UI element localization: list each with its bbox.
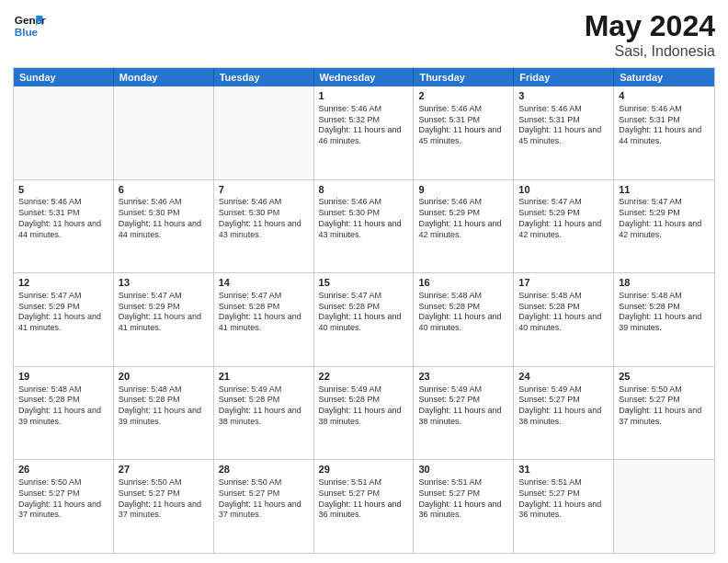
header: General Blue May 2024 Sasi, Indonesia (13, 9, 715, 60)
calendar-cell-r2c7: 11Sunrise: 5:47 AM Sunset: 5:29 PM Dayli… (614, 180, 714, 273)
day-info: Sunrise: 5:47 AM Sunset: 5:29 PM Dayligh… (518, 197, 609, 240)
logo-icon: General Blue (13, 9, 46, 42)
day-info: Sunrise: 5:46 AM Sunset: 5:31 PM Dayligh… (418, 104, 508, 147)
logo: General Blue (13, 9, 46, 42)
calendar-cell-r1c4: 1Sunrise: 5:46 AM Sunset: 5:32 PM Daylig… (314, 86, 415, 179)
calendar-cell-r5c6: 31Sunrise: 5:51 AM Sunset: 5:27 PM Dayli… (514, 460, 614, 553)
calendar-cell-r2c4: 8Sunrise: 5:46 AM Sunset: 5:30 PM Daylig… (314, 180, 415, 273)
day-info: Sunrise: 5:46 AM Sunset: 5:31 PM Dayligh… (619, 104, 710, 147)
calendar-cell-r1c6: 3Sunrise: 5:46 AM Sunset: 5:31 PM Daylig… (514, 86, 614, 179)
header-wednesday: Wednesday (314, 68, 415, 86)
calendar-cell-r5c2: 27Sunrise: 5:50 AM Sunset: 5:27 PM Dayli… (114, 460, 214, 553)
calendar-cell-r2c3: 7Sunrise: 5:46 AM Sunset: 5:30 PM Daylig… (214, 180, 314, 273)
calendar-cell-r1c5: 2Sunrise: 5:46 AM Sunset: 5:31 PM Daylig… (414, 86, 514, 179)
day-number: 17 (518, 276, 609, 290)
day-number: 30 (418, 463, 508, 477)
day-number: 29 (319, 463, 409, 477)
calendar-row-4: 19Sunrise: 5:48 AM Sunset: 5:28 PM Dayli… (14, 366, 714, 460)
day-number: 13 (119, 276, 209, 290)
calendar-header: Sunday Monday Tuesday Wednesday Thursday… (14, 68, 714, 86)
calendar-cell-r1c7: 4Sunrise: 5:46 AM Sunset: 5:31 PM Daylig… (614, 86, 714, 179)
header-tuesday: Tuesday (214, 68, 314, 86)
day-info: Sunrise: 5:48 AM Sunset: 5:28 PM Dayligh… (418, 291, 508, 334)
calendar-cell-r4c4: 22Sunrise: 5:49 AM Sunset: 5:28 PM Dayli… (314, 367, 415, 460)
calendar-row-5: 26Sunrise: 5:50 AM Sunset: 5:27 PM Dayli… (14, 459, 714, 553)
day-info: Sunrise: 5:49 AM Sunset: 5:28 PM Dayligh… (319, 385, 409, 428)
calendar-cell-r3c3: 14Sunrise: 5:47 AM Sunset: 5:28 PM Dayli… (214, 273, 314, 366)
day-number: 18 (619, 276, 710, 290)
calendar-cell-r1c2 (114, 86, 214, 179)
day-info: Sunrise: 5:50 AM Sunset: 5:27 PM Dayligh… (219, 477, 309, 521)
calendar-cell-r3c1: 12Sunrise: 5:47 AM Sunset: 5:29 PM Dayli… (14, 273, 114, 366)
calendar-cell-r3c6: 17Sunrise: 5:48 AM Sunset: 5:28 PM Dayli… (514, 273, 614, 366)
day-number: 31 (518, 463, 609, 477)
day-number: 11 (619, 183, 710, 197)
calendar-cell-r4c7: 25Sunrise: 5:50 AM Sunset: 5:27 PM Dayli… (614, 367, 714, 460)
day-info: Sunrise: 5:50 AM Sunset: 5:27 PM Dayligh… (619, 385, 710, 428)
calendar-cell-r4c5: 23Sunrise: 5:49 AM Sunset: 5:27 PM Dayli… (414, 367, 514, 460)
day-number: 9 (418, 183, 508, 197)
day-number: 2 (418, 89, 508, 103)
day-info: Sunrise: 5:50 AM Sunset: 5:27 PM Dayligh… (119, 477, 209, 521)
day-number: 27 (119, 463, 209, 477)
day-number: 24 (518, 370, 609, 384)
day-info: Sunrise: 5:51 AM Sunset: 5:27 PM Dayligh… (518, 477, 609, 521)
calendar-body: 1Sunrise: 5:46 AM Sunset: 5:32 PM Daylig… (14, 86, 714, 553)
day-number: 22 (319, 370, 409, 384)
page: General Blue May 2024 Sasi, Indonesia Su… (0, 0, 728, 563)
day-number: 12 (18, 276, 108, 290)
calendar-row-1: 1Sunrise: 5:46 AM Sunset: 5:32 PM Daylig… (14, 86, 714, 179)
day-info: Sunrise: 5:47 AM Sunset: 5:29 PM Dayligh… (619, 197, 710, 240)
day-info: Sunrise: 5:48 AM Sunset: 5:28 PM Dayligh… (518, 291, 609, 334)
calendar-cell-r4c3: 21Sunrise: 5:49 AM Sunset: 5:28 PM Dayli… (214, 367, 314, 460)
calendar-cell-r5c7 (614, 460, 714, 553)
calendar-cell-r2c6: 10Sunrise: 5:47 AM Sunset: 5:29 PM Dayli… (514, 180, 614, 273)
calendar-cell-r5c4: 29Sunrise: 5:51 AM Sunset: 5:27 PM Dayli… (314, 460, 415, 553)
calendar-cell-r4c1: 19Sunrise: 5:48 AM Sunset: 5:28 PM Dayli… (14, 367, 114, 460)
calendar-cell-r2c2: 6Sunrise: 5:46 AM Sunset: 5:30 PM Daylig… (114, 180, 214, 273)
calendar-cell-r3c5: 16Sunrise: 5:48 AM Sunset: 5:28 PM Dayli… (414, 273, 514, 366)
location: Sasi, Indonesia (585, 43, 715, 60)
day-number: 10 (518, 183, 609, 197)
day-info: Sunrise: 5:47 AM Sunset: 5:28 PM Dayligh… (319, 291, 409, 334)
day-info: Sunrise: 5:48 AM Sunset: 5:28 PM Dayligh… (18, 385, 108, 428)
calendar-cell-r5c5: 30Sunrise: 5:51 AM Sunset: 5:27 PM Dayli… (414, 460, 514, 553)
day-number: 4 (619, 89, 710, 103)
calendar-cell-r5c1: 26Sunrise: 5:50 AM Sunset: 5:27 PM Dayli… (14, 460, 114, 553)
day-number: 8 (319, 183, 409, 197)
calendar-cell-r1c1 (14, 86, 114, 179)
day-info: Sunrise: 5:46 AM Sunset: 5:32 PM Dayligh… (319, 104, 409, 147)
day-number: 26 (18, 463, 108, 477)
day-number: 5 (18, 183, 108, 197)
day-number: 28 (219, 463, 309, 477)
header-saturday: Saturday (614, 68, 714, 86)
svg-text:Blue: Blue (15, 26, 39, 38)
header-friday: Friday (514, 68, 614, 86)
calendar-row-3: 12Sunrise: 5:47 AM Sunset: 5:29 PM Dayli… (14, 272, 714, 366)
calendar-cell-r3c4: 15Sunrise: 5:47 AM Sunset: 5:28 PM Dayli… (314, 273, 415, 366)
day-info: Sunrise: 5:49 AM Sunset: 5:27 PM Dayligh… (418, 385, 508, 428)
day-info: Sunrise: 5:51 AM Sunset: 5:27 PM Dayligh… (418, 477, 508, 521)
day-info: Sunrise: 5:49 AM Sunset: 5:28 PM Dayligh… (219, 385, 309, 428)
day-info: Sunrise: 5:51 AM Sunset: 5:27 PM Dayligh… (319, 477, 409, 521)
title-block: May 2024 Sasi, Indonesia (585, 9, 715, 60)
calendar-cell-r4c2: 20Sunrise: 5:48 AM Sunset: 5:28 PM Dayli… (114, 367, 214, 460)
month-year: May 2024 (585, 9, 715, 43)
calendar: Sunday Monday Tuesday Wednesday Thursday… (13, 67, 715, 554)
calendar-cell-r3c7: 18Sunrise: 5:48 AM Sunset: 5:28 PM Dayli… (614, 273, 714, 366)
day-info: Sunrise: 5:47 AM Sunset: 5:28 PM Dayligh… (219, 291, 309, 334)
calendar-cell-r1c3 (214, 86, 314, 179)
day-number: 23 (418, 370, 508, 384)
day-number: 16 (418, 276, 508, 290)
day-info: Sunrise: 5:46 AM Sunset: 5:30 PM Dayligh… (219, 197, 309, 240)
calendar-cell-r5c3: 28Sunrise: 5:50 AM Sunset: 5:27 PM Dayli… (214, 460, 314, 553)
day-number: 6 (119, 183, 209, 197)
calendar-cell-r2c5: 9Sunrise: 5:46 AM Sunset: 5:29 PM Daylig… (414, 180, 514, 273)
day-info: Sunrise: 5:47 AM Sunset: 5:29 PM Dayligh… (18, 291, 108, 334)
calendar-cell-r2c1: 5Sunrise: 5:46 AM Sunset: 5:31 PM Daylig… (14, 180, 114, 273)
day-info: Sunrise: 5:46 AM Sunset: 5:31 PM Dayligh… (518, 104, 609, 147)
day-info: Sunrise: 5:46 AM Sunset: 5:29 PM Dayligh… (418, 197, 508, 240)
day-number: 7 (219, 183, 309, 197)
day-number: 15 (319, 276, 409, 290)
day-info: Sunrise: 5:50 AM Sunset: 5:27 PM Dayligh… (18, 477, 108, 521)
